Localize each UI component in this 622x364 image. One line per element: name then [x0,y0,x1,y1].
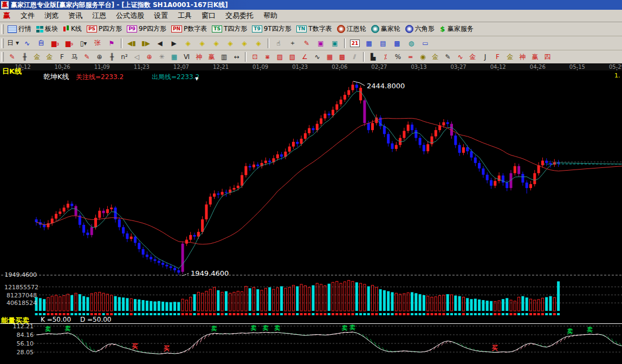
calendar-icon[interactable]: 21 [348,38,362,49]
zoom-out-icon[interactable]: ◈ [251,38,265,49]
fan-lines-icon[interactable]: ⋇ [261,52,274,62]
angle-line-icon[interactable]: ∠ [299,52,311,62]
j-angle-icon[interactable]: J [479,52,491,62]
grid-red-icon[interactable]: ▦ [323,52,336,62]
target-circle-icon[interactable]: ⊕ [143,52,156,62]
triangle-tool-icon[interactable]: ◁ [131,52,143,62]
pencil-icon[interactable]: ✎ [6,52,18,62]
level-5-icon[interactable]: ≖ [404,52,417,62]
parallel-lines-icon[interactable]: ⫽ [348,52,361,62]
bars-3-icon[interactable]: ▆₃ [48,38,62,49]
toolbar-button-kline[interactable]: K线 [61,24,85,34]
menu-item-设置[interactable]: 设置 [149,10,173,22]
measure-h-icon[interactable]: ↔ [230,52,243,62]
toolbar-grip[interactable] [1,38,4,48]
toolbar-button-p-table[interactable]: PNP数字表 [170,24,210,34]
first-page-icon[interactable]: ◀▮ [125,38,139,49]
menu-item-工具[interactable]: 工具 [173,10,197,22]
zoom-h-icon[interactable]: ◈ [209,38,223,49]
candle-style-icon[interactable]: ▯▾ [76,38,90,49]
percent-icon[interactable]: % [392,52,404,62]
gold-circle-icon[interactable]: ◉ [417,52,429,62]
toolbar-grip[interactable] [1,52,4,62]
ma-tool-icon[interactable]: 马 [68,52,81,62]
toolbar-grip[interactable] [1,24,4,34]
star-tool-icon[interactable]: ✳ [156,52,168,62]
web-grid-icon[interactable]: ▦ [168,52,180,62]
fibonacci-icon[interactable]: F [56,52,68,62]
prev-icon[interactable]: ◀ [153,38,167,49]
toolbar-button-9t-square[interactable]: T99T四方形 [250,24,294,34]
ruler-123-icon[interactable]: ▥ [218,52,230,62]
period-label[interactable]: 日K线 [2,67,22,76]
toolbar-button-gann-wheel[interactable]: 江恩轮 [335,24,370,34]
pen-bars-icon[interactable]: ✎ [442,52,454,62]
pencil-2-icon[interactable]: ✎ [81,52,93,62]
toolbar-button-9p-square[interactable]: P99P四方形 [125,24,170,34]
menu-item-浏览[interactable]: 浏览 [40,10,63,22]
menu-item-文件[interactable]: 文件 [16,10,40,22]
zoom-left-icon[interactable]: ◈ [181,38,195,49]
wave-line-icon[interactable]: ∿ [311,52,323,62]
roman-tool-icon[interactable]: Ⅵ [180,52,193,62]
hand-tool-icon[interactable]: ☝ [271,38,286,49]
cycle-circle-icon[interactable]: ⊕ [93,52,106,62]
box-tool-2-icon[interactable]: ▣ [328,38,342,49]
bars-9-icon[interactable]: ▆₉ [62,38,76,49]
menu-item-江恩[interactable]: 江恩 [87,10,111,22]
shen-angle-icon[interactable]: 神 [516,52,529,62]
period-selector-icon[interactable]: 日 ▾ [6,38,20,49]
toolbar-button-winner-wheel[interactable]: 赢家轮 [370,24,404,34]
hatch-box-2-icon[interactable]: ▧ [286,52,299,62]
crosshair-tool-icon[interactable]: ＋ [286,38,300,49]
ruler-line-icon[interactable]: ╫ [106,52,118,62]
four-angle-icon[interactable]: 四 [541,52,554,62]
gold-angle-icon[interactable]: 金 [504,52,516,62]
title-bar[interactable]: 赢 赢家江恩专业版[赢家内部服务平台] - [上证指数 SH1A0001-167… [0,0,622,10]
hatch-box-icon[interactable]: ▨ [274,52,286,62]
zoom-in-icon[interactable]: ◈ [237,38,251,49]
indicator-label[interactable]: 乾坤K线 [43,72,69,82]
zoom-right-icon[interactable]: ◈ [195,38,209,49]
win-angle-icon[interactable]: 赢 [529,52,541,62]
toolbar-button-winner-service[interactable]: $赢家服务 [438,24,477,34]
toolbar-button-sectors[interactable]: 板块 [35,24,61,34]
toolbar-button-p-square[interactable]: PSP四方形 [85,24,125,34]
bars-tool-icon[interactable]: ▙ [367,52,379,62]
custom-icon[interactable]: 自 [34,38,48,49]
square-numbers-icon[interactable]: n² [118,52,131,62]
calculator-icon[interactable]: ▦ [362,38,376,49]
win-tool-icon[interactable]: 赢 [205,52,218,62]
gold-line-2-icon[interactable]: 金 [43,52,56,62]
f-angle-icon[interactable]: F [491,52,504,62]
menu-item-窗口[interactable]: 窗口 [197,10,221,22]
box-red-icon[interactable]: ⊡ [249,52,261,62]
shen-tool-icon[interactable]: 神 [193,52,205,62]
percent-7-icon[interactable]: ⁒ [379,52,392,62]
overlay-icon[interactable]: 张 [90,38,105,49]
wave-levels-icon[interactable]: ∿ [454,52,466,62]
zoom-v-icon[interactable]: ◈ [223,38,237,49]
timeshare-icon[interactable]: ∿ [20,38,34,49]
box-tool-1-icon[interactable]: ▣ [314,38,328,49]
toolbar-button-t-table[interactable]: TNT数字表 [295,24,335,34]
menu-item-帮助[interactable]: 帮助 [258,10,282,22]
gann-line-icon[interactable]: ╫ [18,52,31,62]
toolbar-button-quotes[interactable]: 行情 [6,24,35,34]
gold-line-1-icon[interactable]: 金 [31,52,43,62]
annotate-tool-icon[interactable]: ✎ [300,38,314,49]
gold-red-icon[interactable]: 金 [466,52,479,62]
menu-item-资讯[interactable]: 资讯 [63,10,87,22]
menu-item-交易委托[interactable]: 交易委托 [221,10,258,22]
next-icon[interactable]: ▶ [167,38,181,49]
gold-levels-icon[interactable]: 金 [429,52,442,62]
last-page-icon[interactable]: ▮▶ [139,38,153,49]
menu-item-公式选股[interactable]: 公式选股 [111,10,149,22]
notes-icon[interactable]: ▤ [376,38,390,49]
draw-flag-icon[interactable]: ⚑ [105,38,119,49]
toolbar-button-hexagon[interactable]: 六角形 [404,24,438,34]
print-icon[interactable]: ▭ [418,38,432,49]
toolbar-button-t-square[interactable]: TST四方形 [210,24,250,34]
network-icon[interactable]: ◍ [404,38,418,49]
grid-red-2-icon[interactable]: ▩ [336,52,348,62]
